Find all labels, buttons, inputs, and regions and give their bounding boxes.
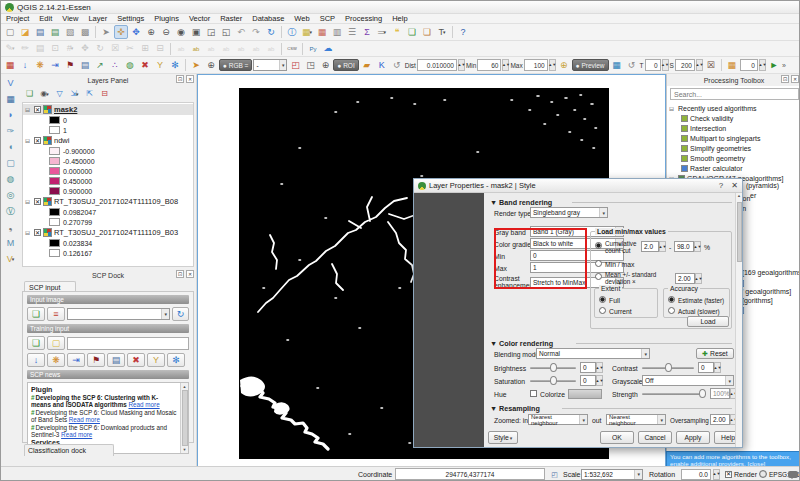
saturation-spinner[interactable]: ▲▼ <box>596 375 603 386</box>
strength-input[interactable]: 100% <box>710 388 730 399</box>
scroll-thumb[interactable] <box>182 390 188 446</box>
tree-item[interactable]: Simplify geometries <box>669 143 799 153</box>
scp-dock-import-icon[interactable]: ⇥ <box>67 353 85 367</box>
scp-bandset-icon[interactable]: ▦ <box>3 58 17 72</box>
label-highlight-icon[interactable]: ab <box>174 42 188 56</box>
accuracy-actual-radio[interactable] <box>668 307 675 314</box>
tree-item[interactable]: Raster calculator <box>669 163 799 173</box>
messages-balloon-icon[interactable] <box>788 471 798 478</box>
strength-slider[interactable] <box>642 389 706 398</box>
label-properties-icon[interactable]: ab <box>264 42 278 56</box>
delete-selected-icon[interactable]: ☒ <box>108 42 122 56</box>
map-tips-icon[interactable]: ❝ <box>390 25 404 39</box>
save-edits-icon[interactable]: ▤ <box>33 42 47 56</box>
mean-stddev-radio[interactable] <box>595 273 602 280</box>
expander-icon[interactable]: ⊟ <box>25 137 32 144</box>
add-raster-layer-icon[interactable]: ▦ <box>3 92 18 107</box>
menu-settings[interactable]: Settings <box>112 14 149 24</box>
metasearch-icon[interactable]: CSW <box>285 42 299 56</box>
zoom-last-icon[interactable]: ↶ <box>234 25 248 39</box>
deselect-features-icon[interactable]: ▦ <box>315 25 329 39</box>
minmax-radio[interactable] <box>595 260 602 267</box>
expander-icon[interactable]: ⊟ <box>25 198 32 205</box>
menu-web[interactable]: Web <box>289 14 314 24</box>
apply-button[interactable]: Apply <box>676 431 710 444</box>
touch-zoom-icon[interactable]: ➤ <box>99 25 113 39</box>
scp-min-spinner[interactable]: ▲▼ <box>502 59 509 71</box>
layer-checkbox[interactable]: ✕ <box>34 198 41 205</box>
scroll-thumb[interactable] <box>737 202 742 262</box>
label-move-icon[interactable]: ab <box>234 42 248 56</box>
close-panel-icon[interactable]: ✕ <box>791 75 799 83</box>
extent-current-radio[interactable] <box>599 307 606 314</box>
close-panel-icon[interactable]: ✕ <box>186 270 194 278</box>
menu-database[interactable]: Database <box>247 14 289 24</box>
ok-button[interactable]: OK <box>600 431 634 444</box>
scp-t-input[interactable]: 0 <box>645 59 661 71</box>
band-rendering-header[interactable]: ▼ Band rendering <box>490 198 552 207</box>
tree-item[interactable]: Intersection <box>669 123 799 133</box>
tree-item[interactable]: Smooth geometry <box>669 153 799 163</box>
tab-classification-dock[interactable]: Classification dock <box>24 444 114 456</box>
label-pin-icon[interactable]: ab <box>204 42 218 56</box>
scroll-up-icon[interactable]: ▲ <box>737 193 741 198</box>
scp-rgb-zoom2-icon[interactable]: ◳ <box>303 58 317 72</box>
zoom-native-icon[interactable]: ◉ <box>174 25 188 39</box>
blending-mode-combo[interactable]: Normal▾ <box>536 348 650 359</box>
menu-plugins[interactable]: Plugins <box>149 14 184 24</box>
dialog-scrollbar[interactable]: ▲ <box>735 193 742 447</box>
menu-help[interactable]: Help <box>387 14 412 24</box>
node-tool-icon[interactable]: #▾ <box>63 42 77 56</box>
float-panel-icon[interactable]: ⊡ <box>176 75 184 83</box>
attribute-table-icon[interactable]: ▥ <box>330 25 344 39</box>
add-postgis-layer-icon[interactable]: ◗ <box>3 108 18 123</box>
map-refresh-icon[interactable]: ↻ <box>264 25 278 39</box>
show-bookmarks-icon[interactable]: ❏ <box>420 25 434 39</box>
coordinate-input[interactable]: 294776,4377174 <box>395 468 545 480</box>
saturation-slider[interactable] <box>530 376 576 385</box>
scp-dock-gears-icon[interactable]: ❋ <box>47 353 65 367</box>
scp-open-multiband-icon[interactable]: ≡ <box>47 307 65 321</box>
add-delimited-text-icon[interactable]: ❟ <box>3 220 18 235</box>
scp-roi-k-icon[interactable]: K <box>375 58 389 72</box>
scroll-down-icon[interactable]: ▼ <box>183 447 187 452</box>
refresh-input-button[interactable]: ↻ <box>172 307 189 321</box>
add-spatialite-layer-icon[interactable]: ✑ <box>3 124 18 139</box>
read-more-link[interactable]: Read more <box>69 416 100 423</box>
news-scrollbar[interactable]: ▲▼ <box>180 383 188 453</box>
scp-dist-input[interactable]: 0.010000 <box>417 59 457 71</box>
collapse-all-icon[interactable]: ⇱ <box>83 88 96 101</box>
save-project-as-icon[interactable]: ▤ <box>48 25 62 39</box>
composer-manager-icon[interactable]: ▩ <box>78 25 92 39</box>
menu-raster[interactable]: Raster <box>215 14 247 24</box>
pan-to-selection-icon[interactable]: ✥ <box>129 25 143 39</box>
add-wfs-layer-icon[interactable]: Ⓥ <box>3 204 18 219</box>
rotation-spinner[interactable]: ▲▼ <box>713 469 720 480</box>
reset-button[interactable]: ✚Reset <box>696 348 734 359</box>
new-composer-icon[interactable]: ▧ <box>63 25 77 39</box>
add-mssql-layer-icon[interactable]: ◖ <box>3 140 18 155</box>
render-checkbox[interactable]: ✕ <box>725 471 732 478</box>
toggle-editing-icon[interactable]: ✏ <box>18 42 32 56</box>
zoomed-in-combo[interactable]: Nearest neighbour▾ <box>528 414 588 425</box>
style-menu-button[interactable]: Style▾ <box>488 431 518 444</box>
cumulative-min-spinner[interactable]: ▲▼ <box>659 241 666 252</box>
menu-project[interactable]: Project <box>1 14 34 24</box>
expander-icon[interactable]: ⊟ <box>669 105 676 112</box>
add-group-icon[interactable]: ❏ <box>23 88 36 101</box>
manage-layer-visibility-icon[interactable]: ◉▾ <box>38 88 51 101</box>
scp-open-training-icon[interactable]: ▢ <box>47 336 65 350</box>
filter-legend-icon[interactable]: ▽ <box>53 88 66 101</box>
paste-features-icon[interactable]: ⊟ <box>153 42 167 56</box>
zoomed-out-combo[interactable]: Nearest neighbour▾ <box>606 414 666 425</box>
layer-row[interactable]: ⊟✕RT_T30SUJ_20171024T111109_B08 <box>23 196 193 207</box>
scp-dock-download-icon[interactable]: ↓ <box>27 353 45 367</box>
scp-tools-gears-icon[interactable]: ❋ <box>33 58 47 72</box>
label-rotate-icon[interactable]: ab <box>249 42 263 56</box>
brightness-input[interactable]: 0 <box>580 362 596 373</box>
search-input[interactable] <box>670 88 799 100</box>
extent-full-radio[interactable] <box>599 296 606 303</box>
label-show-hide-icon[interactable]: ab <box>219 42 233 56</box>
save-project-icon[interactable]: ▤ <box>33 25 47 39</box>
close-panel-icon[interactable]: ✕ <box>186 75 194 83</box>
